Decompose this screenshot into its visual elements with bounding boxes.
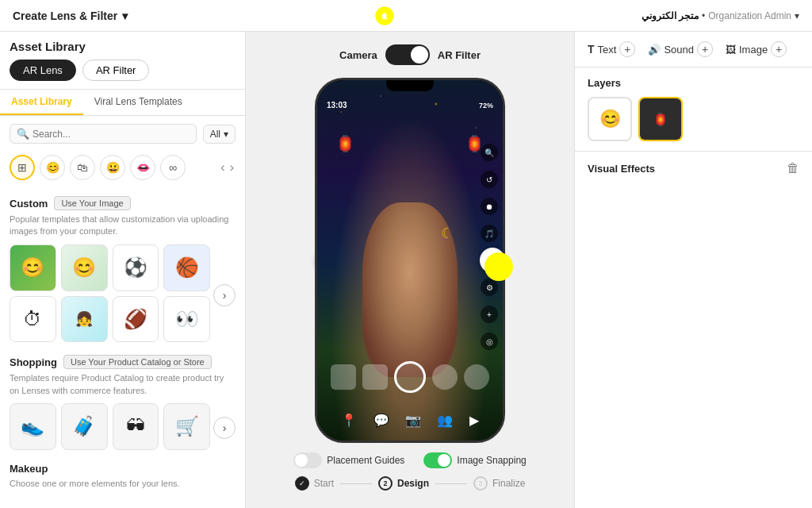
template-item[interactable]: 👟 xyxy=(10,403,56,450)
user-dropdown-icon[interactable]: ▾ xyxy=(795,10,799,21)
basket-icon[interactable]: 🛍 xyxy=(70,155,95,180)
phone-icon-4: 🎵 xyxy=(481,225,498,242)
template-item[interactable]: 🧳 xyxy=(61,403,108,450)
progress-step-1: ✓ Start xyxy=(295,476,334,491)
asset-library-subtab[interactable]: Asset Library xyxy=(0,90,83,115)
custom-title: Custom xyxy=(10,198,48,210)
template-item[interactable]: ⏱ xyxy=(10,296,56,343)
strip-item-3 xyxy=(432,364,458,390)
separator: • xyxy=(702,10,705,21)
template-item[interactable]: ⚽ xyxy=(113,244,159,291)
lantern-left-icon: 🏮 xyxy=(335,134,355,153)
image-snapping-switch[interactable] xyxy=(423,452,452,468)
icon-next[interactable]: › xyxy=(228,159,236,176)
toggle-knob xyxy=(411,46,428,64)
play-icon: ▶ xyxy=(469,413,479,428)
phone-screen: ☾ 🏮 🏮 13:03 72% 🔍 ↺ ⏺ 🎵 👥 xyxy=(317,80,503,441)
image-tool[interactable]: 🖼 Image + xyxy=(726,41,787,57)
camera-ar-toggle[interactable] xyxy=(385,44,430,65)
face-icon[interactable]: 😊 xyxy=(40,155,65,180)
center-panel: Camera AR Filter ‹ ☾ 🏮 🏮 xyxy=(246,32,574,508)
search-input[interactable] xyxy=(33,129,190,140)
layer-1-thumbnail[interactable]: 😊 xyxy=(588,97,632,141)
create-lens-filter-button[interactable]: Create Lens & Filter ▾ xyxy=(13,10,128,22)
template-item[interactable]: 👧 xyxy=(61,296,108,343)
phone-bottom-icons: 📍 💬 📷 👥 ▶ xyxy=(317,413,503,428)
phone-icon-3: ⏺ xyxy=(481,198,498,215)
template-item[interactable]: 🕶 xyxy=(113,403,159,450)
step3-dot: 3 xyxy=(473,476,488,491)
emoji-icon[interactable]: 😀 xyxy=(100,155,125,180)
placement-guides-label: Placement Guides xyxy=(327,455,404,466)
search-icon: 🔍 xyxy=(17,128,29,140)
phone-battery: 72% xyxy=(479,87,493,110)
infinity-icon[interactable]: ∞ xyxy=(160,155,186,180)
custom-templates: 😊 😊 ⚽ 🏀 ⏱ 👧 🏈 👀 xyxy=(10,244,210,343)
progress-line-2 xyxy=(435,483,467,484)
top-bar: Create Lens & Filter ▾ متجر الكتروني • O… xyxy=(0,0,812,32)
text-icon: T xyxy=(588,43,595,56)
template-item[interactable]: 🏈 xyxy=(113,296,159,343)
makeup-description: Choose one or more elements for your len… xyxy=(10,478,236,490)
image-snapping-toggle[interactable]: Image Snapping xyxy=(423,452,526,468)
image-icon: 🖼 xyxy=(726,44,736,56)
left-content: Custom Use Your Image Popular templates … xyxy=(0,187,245,508)
text-tool[interactable]: T Text + xyxy=(588,41,635,57)
makeup-section-header: Makeup xyxy=(10,463,236,475)
org-role: Organization Admin xyxy=(708,10,791,21)
search-box[interactable]: 🔍 xyxy=(10,124,197,144)
capture-button xyxy=(394,361,426,393)
viral-lens-subtab[interactable]: Viral Lens Templates xyxy=(83,90,193,115)
right-toolbar: T Text + 🔊 Sound + 🖼 Image + xyxy=(575,32,812,67)
camera-toggle-bar: Camera AR Filter xyxy=(339,44,481,65)
image-label: Image xyxy=(739,44,768,56)
custom-section-header: Custom Use Your Image xyxy=(10,196,236,210)
phone-icon-7: + xyxy=(481,306,498,323)
snapchat-logo xyxy=(373,5,396,27)
create-lens-filter-label: Create Lens & Filter xyxy=(13,10,117,22)
friends-icon: 👥 xyxy=(437,413,453,428)
template-item[interactable]: 😊 xyxy=(10,244,56,291)
placement-guides-switch[interactable] xyxy=(293,452,322,468)
sound-label: Sound xyxy=(664,44,694,56)
step1-dot: ✓ xyxy=(295,476,309,491)
ar-filter-tab[interactable]: AR Filter xyxy=(82,60,150,81)
shopping-section-header: Shopping Use Your Product Catalog or Sto… xyxy=(10,355,236,369)
sound-tool[interactable]: 🔊 Sound + xyxy=(648,41,713,57)
template-item[interactable]: 🛒 xyxy=(163,403,210,450)
custom-badge[interactable]: Use Your Image xyxy=(54,196,130,210)
sound-icon: 🔊 xyxy=(648,44,661,56)
template-item[interactable]: 🏀 xyxy=(163,244,210,291)
shopping-more-button[interactable]: › xyxy=(213,417,236,439)
icon-prev[interactable]: ‹ xyxy=(219,159,226,176)
phone-icon-6: ⚙ xyxy=(481,279,498,296)
sound-add-button[interactable]: + xyxy=(697,41,713,57)
shopping-badge[interactable]: Use Your Product Catalog or Store xyxy=(63,355,212,369)
layers-title: Layers xyxy=(588,77,799,89)
visual-effects-section: Visual Effects 🗑 xyxy=(575,152,812,508)
shopping-templates: 👟 🧳 🕶 🛒 xyxy=(10,403,210,450)
lips-icon[interactable]: 👄 xyxy=(130,155,155,180)
image-add-button[interactable]: + xyxy=(771,41,787,57)
grid-icon[interactable]: ⊞ xyxy=(10,155,35,180)
text-add-button[interactable]: + xyxy=(619,41,635,57)
moon-icon: ☾ xyxy=(441,225,457,241)
snapchat-snap-icon xyxy=(485,252,513,281)
user-info: متجر الكتروني • Organization Admin ▾ xyxy=(642,10,799,21)
delete-visual-effect-button[interactable]: 🗑 xyxy=(787,161,799,175)
left-panel: Asset Library AR Lens AR Filter Asset Li… xyxy=(0,32,246,508)
shopping-description: Templates require Product Catalog to cre… xyxy=(10,372,236,397)
template-item[interactable]: 😊 xyxy=(61,244,108,291)
chevron-down-icon: ▾ xyxy=(224,129,228,140)
ar-lens-tab[interactable]: AR Lens xyxy=(10,60,76,81)
dropdown-icon: ▾ xyxy=(122,10,128,22)
layer-1-content: 😊 xyxy=(589,98,630,140)
placement-guides-toggle[interactable]: Placement Guides xyxy=(293,452,404,468)
step1-label: Start xyxy=(314,478,334,489)
phone-wrapper: ‹ ☾ 🏮 🏮 13:03 72% xyxy=(315,78,505,443)
layer-2-thumbnail[interactable]: 🏮 xyxy=(638,97,683,141)
filter-dropdown[interactable]: All ▾ xyxy=(203,125,236,144)
template-item[interactable]: 👀 xyxy=(163,296,210,343)
phone-time: 13:03 xyxy=(327,87,347,110)
custom-more-button[interactable]: › xyxy=(213,284,236,306)
